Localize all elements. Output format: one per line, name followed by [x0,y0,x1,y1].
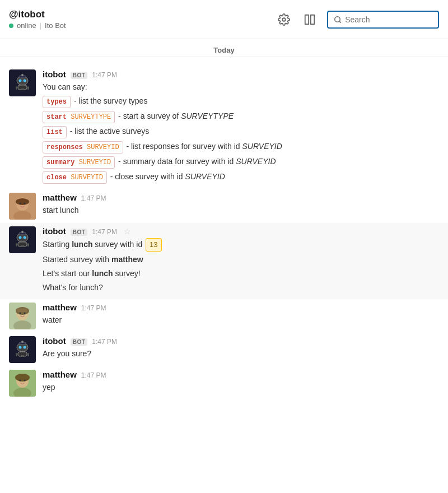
bold-text: matthew [111,255,143,264]
header-status: online | Ito Bot [9,21,276,30]
bot-badge: BOT [71,229,88,236]
message-header: matthew 1:47 PM [43,193,439,202]
text-line: Started survey with matthew [43,254,439,266]
italic-text: SURVEYID [236,157,276,166]
message-header: itobot BOT 1:47 PM [43,336,439,346]
svg-point-14 [21,74,24,76]
message-time: 1:47 PM [92,338,117,346]
search-icon [334,15,342,24]
header-actions [276,11,439,29]
svg-rect-2 [311,15,314,24]
svg-point-53 [24,379,26,381]
settings-button[interactable] [276,11,292,28]
message-author: matthew [43,193,77,202]
svg-rect-45 [27,353,29,356]
layout-button[interactable] [301,11,318,28]
message-content: matthew 1:47 PM start lunch [43,193,439,218]
search-input[interactable] [345,15,432,24]
message-author: itobot [43,69,66,79]
svg-point-8 [19,80,22,82]
message-group: matthew 1:47 PM yep [0,366,448,400]
code-tag: close SURVEYID [43,171,107,184]
message-time: 1:47 PM [92,228,117,236]
message-time: 1:47 PM [81,304,106,312]
message-content: matthew 1:47 PM yep [43,370,439,396]
message-group: matthew 1:47 PM start lunch [0,189,448,223]
svg-point-41 [19,346,22,348]
text-line: Starting lunch survey with id 13 [43,238,439,252]
text-line: start SURVEYTYPE - start a survey of SUR… [43,110,439,123]
svg-point-9 [24,80,26,82]
svg-rect-11 [16,86,17,90]
bot-badge: BOT [71,72,88,79]
text-line: close SURVEYID - close survey with id SU… [43,171,439,184]
svg-point-36 [24,312,26,314]
bold-text: lunch [72,240,92,249]
text-line: responses SURVEYID - list responses for … [43,141,439,154]
code-tag: start SURVEYTYPE [43,111,115,123]
text-line: summary SURVEYID - summary data for surv… [43,156,439,169]
message-author: matthew [43,370,77,379]
message-header: itobot BOT 1:47 PM ☆ [43,226,439,236]
avatar [9,303,36,329]
svg-point-24 [19,236,22,239]
message-group: itobot BOT 1:47 PM You can say: types - … [0,66,448,189]
star-icon[interactable]: ☆ [124,227,131,236]
message-text: water [43,314,439,326]
search-box[interactable] [327,11,439,29]
message-header: itobot BOT 1:47 PM [43,69,439,79]
svg-rect-27 [16,243,17,246]
matthew-avatar-icon [9,370,36,397]
channel-username: @itobot [9,9,276,20]
message-content: itobot BOT 1:47 PM Are you sure? [43,336,439,362]
header-info: @itobot online | Ito Bot [9,9,276,30]
text-line: yep [43,382,439,393]
svg-point-20 [24,203,26,204]
text-line: water [43,314,439,326]
italic-text: SURVEYID [242,142,282,151]
message-text: Starting lunch survey with id 13 Started… [43,238,439,294]
matthew-avatar-icon [9,303,36,329]
svg-point-0 [282,18,286,21]
message-time: 1:47 PM [92,71,117,79]
date-divider: Today [0,39,448,57]
status-text: online [17,21,36,30]
id-badge: 13 [146,238,161,252]
svg-point-30 [21,231,24,233]
message-header: matthew 1:47 PM [43,370,439,379]
gear-icon [278,13,290,26]
svg-point-25 [24,236,26,239]
avatar [9,226,36,253]
avatar [9,336,36,363]
message-text: yep [43,382,439,393]
svg-point-47 [21,341,24,343]
svg-rect-26 [21,245,24,247]
svg-point-52 [20,379,21,381]
code-tag: responses SURVEYID [43,141,123,154]
text-line: types - list the survey types [43,95,439,108]
code-tag: summary SURVEYID [43,156,115,169]
message-group: matthew 1:47 PM water [0,299,448,333]
status-indicator [9,24,13,28]
text-line: You can say: [43,81,439,93]
message-content: matthew 1:47 PM water [43,303,439,328]
message-author: itobot [43,336,66,346]
svg-rect-10 [21,89,24,90]
svg-point-42 [24,346,26,348]
svg-rect-12 [27,86,29,90]
text-line: Let's start our lunch survey! [43,268,439,280]
channel-name: Ito Bot [45,21,66,30]
message-author: matthew [43,303,77,312]
messages-area: itobot BOT 1:47 PM You can say: types - … [0,62,448,404]
avatar [9,193,36,220]
svg-rect-28 [27,243,29,246]
bot-avatar-icon [11,338,34,361]
message-header: matthew 1:47 PM [43,303,439,312]
code-tag: list [43,126,67,138]
italic-text: SURVEYTYPE [181,111,234,120]
avatar [9,370,36,397]
bot-avatar-icon [11,72,34,94]
message-group: itobot BOT 1:47 PM ☆ Starting lunch surv… [0,223,448,299]
message-time: 1:47 PM [81,371,106,379]
svg-rect-44 [16,353,17,356]
